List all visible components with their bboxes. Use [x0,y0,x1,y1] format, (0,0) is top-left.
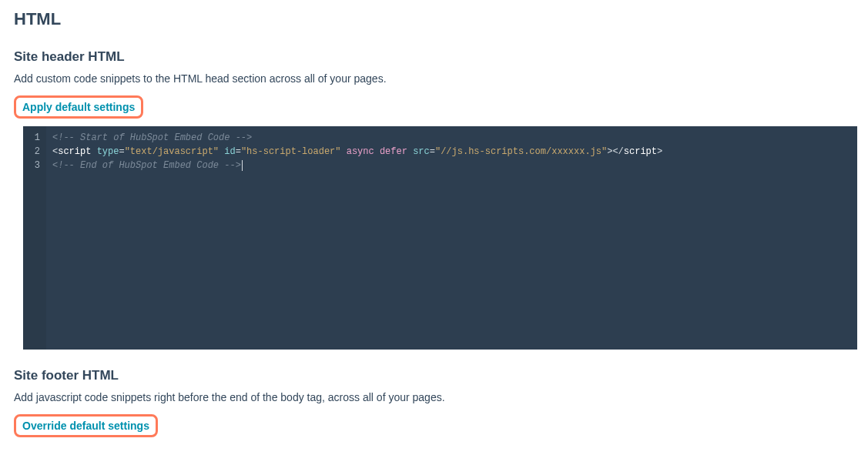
code-line-2: <script type="text/javascript" id="hs-sc… [52,146,662,157]
code-line-3: <!-- End of HubSpot Embed Code --> [52,160,241,171]
override-default-settings-link[interactable]: Override default settings [18,417,154,435]
site-footer-title: Site footer HTML [14,368,854,383]
site-header-desc: Add custom code snippets to the HTML hea… [14,72,854,85]
site-header-title: Site header HTML [14,49,854,65]
text-cursor [242,160,243,171]
apply-default-settings-link[interactable]: Apply default settings [18,98,139,116]
site-footer-desc: Add javascript code snippets right befor… [14,391,854,403]
gutter-line: 1 [23,131,40,145]
code-editor[interactable]: 1 2 3 <!-- Start of HubSpot Embed Code -… [23,126,857,350]
code-area[interactable]: <!-- Start of HubSpot Embed Code --> <sc… [46,126,857,350]
page-title: HTML [14,9,854,29]
override-default-highlight: Override default settings [14,414,158,437]
gutter-line: 2 [23,145,40,159]
gutter-line: 3 [23,159,40,172]
code-line-1: <!-- Start of HubSpot Embed Code --> [52,132,252,143]
code-gutter: 1 2 3 [23,126,46,350]
apply-default-highlight: Apply default settings [14,95,143,119]
